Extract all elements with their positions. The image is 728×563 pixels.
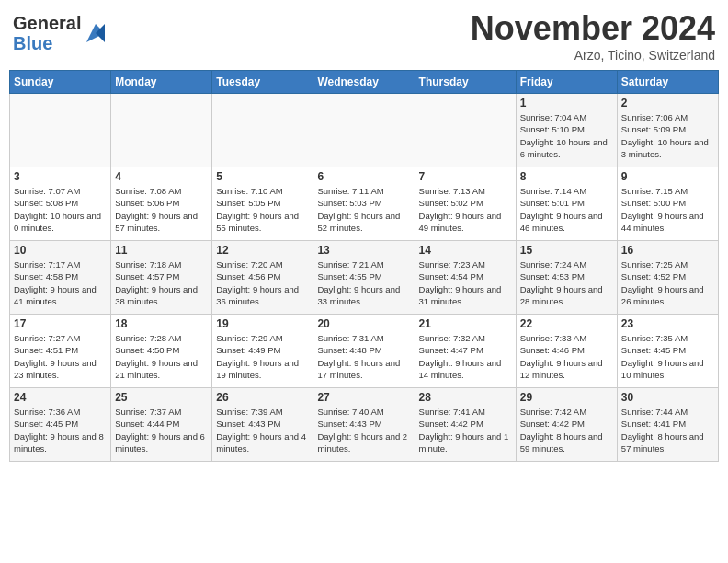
calendar-cell: 23Sunrise: 7:35 AM Sunset: 4:45 PM Dayli…	[617, 315, 718, 388]
day-info: Sunrise: 7:37 AM Sunset: 4:44 PM Dayligh…	[115, 406, 208, 454]
calendar-cell: 22Sunrise: 7:33 AM Sunset: 4:46 PM Dayli…	[516, 315, 617, 388]
day-info: Sunrise: 7:17 AM Sunset: 4:58 PM Dayligh…	[14, 259, 107, 307]
page-header: General Blue November 2024 Arzo, Ticino,…	[9, 9, 719, 63]
calendar-cell: 27Sunrise: 7:40 AM Sunset: 4:43 PM Dayli…	[313, 388, 415, 462]
calendar-cell: 13Sunrise: 7:21 AM Sunset: 4:55 PM Dayli…	[313, 241, 415, 315]
day-number: 28	[419, 391, 512, 404]
day-header-friday: Friday	[516, 71, 617, 94]
calendar-cell	[10, 94, 111, 167]
day-info: Sunrise: 7:24 AM Sunset: 4:53 PM Dayligh…	[520, 259, 613, 307]
day-info: Sunrise: 7:44 AM Sunset: 4:41 PM Dayligh…	[621, 406, 714, 454]
day-info: Sunrise: 7:42 AM Sunset: 4:42 PM Dayligh…	[520, 406, 613, 454]
logo-blue-text: Blue	[13, 33, 52, 53]
day-number: 23	[621, 317, 714, 330]
calendar-cell: 10Sunrise: 7:17 AM Sunset: 4:58 PM Dayli…	[10, 241, 111, 315]
day-header-thursday: Thursday	[415, 71, 516, 94]
location-subtitle: Arzo, Ticino, Switzerland	[471, 48, 715, 63]
calendar-cell: 18Sunrise: 7:28 AM Sunset: 4:50 PM Dayli…	[111, 315, 212, 388]
calendar-header-row: SundayMondayTuesdayWednesdayThursdayFrid…	[10, 71, 719, 94]
calendar-cell: 3Sunrise: 7:07 AM Sunset: 5:08 PM Daylig…	[10, 167, 111, 241]
logo-icon	[83, 20, 108, 46]
month-title: November 2024	[471, 9, 715, 48]
day-info: Sunrise: 7:39 AM Sunset: 4:43 PM Dayligh…	[216, 406, 309, 454]
calendar-cell: 9Sunrise: 7:15 AM Sunset: 5:00 PM Daylig…	[617, 167, 718, 241]
calendar-table: SundayMondayTuesdayWednesdayThursdayFrid…	[9, 70, 719, 462]
day-number: 2	[621, 97, 714, 109]
calendar-cell: 29Sunrise: 7:42 AM Sunset: 4:42 PM Dayli…	[516, 388, 617, 462]
calendar-cell	[111, 94, 212, 167]
week-row-5: 24Sunrise: 7:36 AM Sunset: 4:45 PM Dayli…	[10, 388, 719, 462]
day-number: 10	[14, 244, 107, 257]
calendar-cell: 14Sunrise: 7:23 AM Sunset: 4:54 PM Dayli…	[415, 241, 516, 315]
calendar-cell: 24Sunrise: 7:36 AM Sunset: 4:45 PM Dayli…	[10, 388, 111, 462]
calendar-cell: 15Sunrise: 7:24 AM Sunset: 4:53 PM Dayli…	[516, 241, 617, 315]
day-info: Sunrise: 7:32 AM Sunset: 4:47 PM Dayligh…	[419, 332, 512, 381]
day-number: 30	[621, 391, 714, 404]
day-number: 25	[115, 391, 208, 404]
day-info: Sunrise: 7:21 AM Sunset: 4:55 PM Dayligh…	[317, 259, 410, 307]
day-info: Sunrise: 7:36 AM Sunset: 4:45 PM Dayligh…	[14, 406, 107, 454]
day-info: Sunrise: 7:06 AM Sunset: 5:09 PM Dayligh…	[621, 111, 714, 160]
calendar-cell: 6Sunrise: 7:11 AM Sunset: 5:03 PM Daylig…	[313, 167, 415, 241]
calendar-cell: 11Sunrise: 7:18 AM Sunset: 4:57 PM Dayli…	[111, 241, 212, 315]
day-info: Sunrise: 7:10 AM Sunset: 5:05 PM Dayligh…	[216, 185, 309, 234]
day-info: Sunrise: 7:27 AM Sunset: 4:51 PM Dayligh…	[14, 332, 107, 381]
day-number: 11	[115, 244, 208, 257]
calendar-cell: 12Sunrise: 7:20 AM Sunset: 4:56 PM Dayli…	[212, 241, 313, 315]
day-info: Sunrise: 7:41 AM Sunset: 4:42 PM Dayligh…	[419, 406, 512, 454]
calendar-cell: 30Sunrise: 7:44 AM Sunset: 4:41 PM Dayli…	[617, 388, 718, 462]
day-number: 22	[520, 317, 613, 330]
calendar-cell: 28Sunrise: 7:41 AM Sunset: 4:42 PM Dayli…	[415, 388, 516, 462]
day-number: 24	[14, 391, 107, 404]
day-info: Sunrise: 7:23 AM Sunset: 4:54 PM Dayligh…	[419, 259, 512, 307]
day-number: 7	[419, 170, 512, 183]
day-info: Sunrise: 7:04 AM Sunset: 5:10 PM Dayligh…	[520, 111, 613, 160]
title-block: November 2024 Arzo, Ticino, Switzerland	[471, 9, 715, 63]
calendar-cell: 8Sunrise: 7:14 AM Sunset: 5:01 PM Daylig…	[516, 167, 617, 241]
week-row-3: 10Sunrise: 7:17 AM Sunset: 4:58 PM Dayli…	[10, 241, 719, 315]
calendar-cell: 26Sunrise: 7:39 AM Sunset: 4:43 PM Dayli…	[212, 388, 313, 462]
day-number: 3	[14, 170, 107, 183]
day-number: 15	[520, 244, 613, 257]
calendar-cell	[313, 94, 415, 167]
day-number: 12	[216, 244, 309, 257]
calendar-cell: 1Sunrise: 7:04 AM Sunset: 5:10 PM Daylig…	[516, 94, 617, 167]
day-info: Sunrise: 7:35 AM Sunset: 4:45 PM Dayligh…	[621, 332, 714, 381]
calendar-cell: 20Sunrise: 7:31 AM Sunset: 4:48 PM Dayli…	[313, 315, 415, 388]
day-number: 18	[115, 317, 208, 330]
day-info: Sunrise: 7:08 AM Sunset: 5:06 PM Dayligh…	[115, 185, 208, 234]
calendar-cell: 16Sunrise: 7:25 AM Sunset: 4:52 PM Dayli…	[617, 241, 718, 315]
logo-general-text: General	[13, 13, 81, 33]
day-info: Sunrise: 7:18 AM Sunset: 4:57 PM Dayligh…	[115, 259, 208, 307]
day-header-wednesday: Wednesday	[313, 71, 415, 94]
day-info: Sunrise: 7:20 AM Sunset: 4:56 PM Dayligh…	[216, 259, 309, 307]
calendar-cell: 17Sunrise: 7:27 AM Sunset: 4:51 PM Dayli…	[10, 315, 111, 388]
day-info: Sunrise: 7:15 AM Sunset: 5:00 PM Dayligh…	[621, 185, 714, 234]
day-number: 16	[621, 244, 714, 257]
day-info: Sunrise: 7:31 AM Sunset: 4:48 PM Dayligh…	[317, 332, 410, 381]
calendar-cell	[415, 94, 516, 167]
day-number: 13	[317, 244, 410, 257]
calendar-cell: 5Sunrise: 7:10 AM Sunset: 5:05 PM Daylig…	[212, 167, 313, 241]
day-number: 9	[621, 170, 714, 183]
calendar-cell: 2Sunrise: 7:06 AM Sunset: 5:09 PM Daylig…	[617, 94, 718, 167]
week-row-2: 3Sunrise: 7:07 AM Sunset: 5:08 PM Daylig…	[10, 167, 719, 241]
calendar-cell: 21Sunrise: 7:32 AM Sunset: 4:47 PM Dayli…	[415, 315, 516, 388]
calendar-cell: 25Sunrise: 7:37 AM Sunset: 4:44 PM Dayli…	[111, 388, 212, 462]
day-header-sunday: Sunday	[10, 71, 111, 94]
day-info: Sunrise: 7:11 AM Sunset: 5:03 PM Dayligh…	[317, 185, 410, 234]
day-info: Sunrise: 7:07 AM Sunset: 5:08 PM Dayligh…	[14, 185, 107, 234]
day-number: 6	[317, 170, 410, 183]
calendar-cell: 4Sunrise: 7:08 AM Sunset: 5:06 PM Daylig…	[111, 167, 212, 241]
day-info: Sunrise: 7:28 AM Sunset: 4:50 PM Dayligh…	[115, 332, 208, 381]
calendar-cell: 19Sunrise: 7:29 AM Sunset: 4:49 PM Dayli…	[212, 315, 313, 388]
day-info: Sunrise: 7:33 AM Sunset: 4:46 PM Dayligh…	[520, 332, 613, 381]
day-number: 27	[317, 391, 410, 404]
day-number: 4	[115, 170, 208, 183]
week-row-1: 1Sunrise: 7:04 AM Sunset: 5:10 PM Daylig…	[10, 94, 719, 167]
day-number: 26	[216, 391, 309, 404]
day-number: 5	[216, 170, 309, 183]
day-number: 14	[419, 244, 512, 257]
day-number: 19	[216, 317, 309, 330]
logo: General Blue	[13, 13, 108, 53]
